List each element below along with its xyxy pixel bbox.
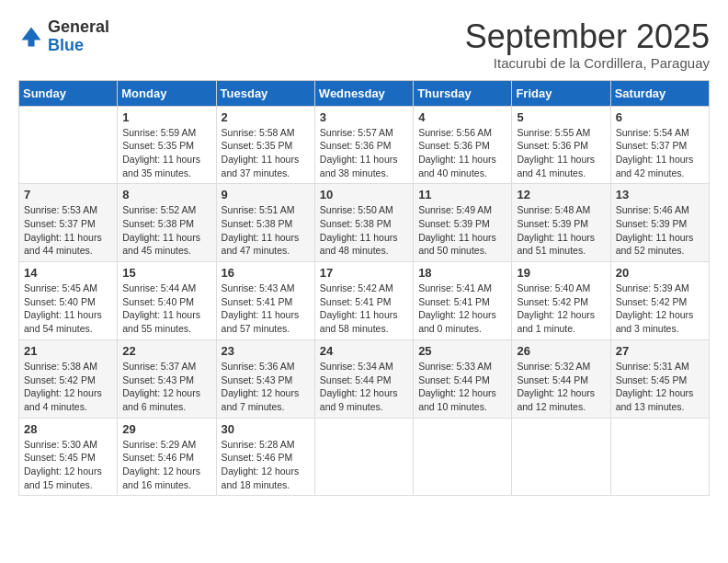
day-info: Sunrise: 5:52 AMSunset: 5:38 PMDaylight:… <box>122 203 210 258</box>
calendar-cell: 17Sunrise: 5:42 AMSunset: 5:41 PMDayligh… <box>314 262 413 340</box>
cell-content: 5Sunrise: 5:55 AMSunset: 5:36 PMDaylight… <box>517 110 605 180</box>
day-info: Sunrise: 5:48 AMSunset: 5:39 PMDaylight:… <box>517 203 605 258</box>
day-number: 13 <box>616 188 704 201</box>
header-day-sunday: Sunday <box>19 80 118 106</box>
day-number: 16 <box>222 266 310 280</box>
cell-content: 15Sunrise: 5:44 AMSunset: 5:40 PMDayligh… <box>122 266 210 336</box>
header-day-saturday: Saturday <box>610 80 709 106</box>
calendar-cell: 24Sunrise: 5:34 AMSunset: 5:44 PMDayligh… <box>314 339 413 418</box>
day-info: Sunrise: 5:53 AMSunset: 5:37 PMDaylight:… <box>24 203 112 258</box>
calendar-cell: 30Sunrise: 5:28 AMSunset: 5:46 PMDayligh… <box>216 418 314 496</box>
day-number: 12 <box>517 188 605 201</box>
day-number: 6 <box>616 110 704 124</box>
day-info: Sunrise: 5:51 AMSunset: 5:38 PMDaylight:… <box>222 203 310 258</box>
calendar-cell: 3Sunrise: 5:57 AMSunset: 5:36 PMDaylight… <box>314 106 413 184</box>
cell-content: 13Sunrise: 5:46 AMSunset: 5:39 PMDayligh… <box>616 188 704 258</box>
day-number: 26 <box>517 344 605 358</box>
calendar-cell <box>512 418 610 496</box>
day-number: 29 <box>122 422 210 436</box>
calendar-cell <box>314 418 413 496</box>
header-day-tuesday: Tuesday <box>216 80 314 106</box>
day-number: 11 <box>418 188 506 201</box>
cell-content: 14Sunrise: 5:45 AMSunset: 5:40 PMDayligh… <box>24 266 112 336</box>
day-info: Sunrise: 5:42 AMSunset: 5:41 PMDaylight:… <box>320 282 408 336</box>
header-row: SundayMondayTuesdayWednesdayThursdayFrid… <box>19 80 710 106</box>
week-row-5: 28Sunrise: 5:30 AMSunset: 5:45 PMDayligh… <box>19 418 710 496</box>
cell-content: 10Sunrise: 5:50 AMSunset: 5:38 PMDayligh… <box>320 188 408 258</box>
day-info: Sunrise: 5:45 AMSunset: 5:40 PMDaylight:… <box>24 282 112 336</box>
cell-content: 9Sunrise: 5:51 AMSunset: 5:38 PMDaylight… <box>222 188 310 258</box>
logo-general-text: General <box>48 17 109 36</box>
calendar-table: SundayMondayTuesdayWednesdayThursdayFrid… <box>18 80 710 497</box>
day-info: Sunrise: 5:50 AMSunset: 5:38 PMDaylight:… <box>320 203 408 258</box>
calendar-cell: 18Sunrise: 5:41 AMSunset: 5:41 PMDayligh… <box>414 262 512 340</box>
cell-content: 6Sunrise: 5:54 AMSunset: 5:37 PMDaylight… <box>616 110 704 180</box>
cell-content: 12Sunrise: 5:48 AMSunset: 5:39 PMDayligh… <box>517 188 605 258</box>
page-header: General Blue September 2025 Itacurubi de… <box>18 18 710 71</box>
calendar-cell: 25Sunrise: 5:33 AMSunset: 5:44 PMDayligh… <box>414 339 512 418</box>
calendar-cell: 29Sunrise: 5:29 AMSunset: 5:46 PMDayligh… <box>118 418 216 496</box>
calendar-cell: 2Sunrise: 5:58 AMSunset: 5:35 PMDaylight… <box>216 106 314 184</box>
day-number: 8 <box>122 188 210 201</box>
cell-content: 20Sunrise: 5:39 AMSunset: 5:42 PMDayligh… <box>616 266 704 336</box>
calendar-cell: 22Sunrise: 5:37 AMSunset: 5:43 PMDayligh… <box>118 339 216 418</box>
day-number: 3 <box>320 110 408 124</box>
cell-content: 21Sunrise: 5:38 AMSunset: 5:42 PMDayligh… <box>24 344 112 414</box>
header-day-wednesday: Wednesday <box>314 80 413 106</box>
day-info: Sunrise: 5:37 AMSunset: 5:43 PMDaylight:… <box>122 360 210 414</box>
cell-content: 2Sunrise: 5:58 AMSunset: 5:35 PMDaylight… <box>222 110 310 180</box>
day-number: 28 <box>24 422 112 436</box>
calendar-cell: 21Sunrise: 5:38 AMSunset: 5:42 PMDayligh… <box>19 339 118 418</box>
calendar-cell: 12Sunrise: 5:48 AMSunset: 5:39 PMDayligh… <box>512 184 610 262</box>
day-number: 24 <box>320 344 408 358</box>
cell-content: 26Sunrise: 5:32 AMSunset: 5:44 PMDayligh… <box>517 344 605 414</box>
day-number: 18 <box>418 266 506 280</box>
day-number: 15 <box>122 266 210 280</box>
location: Itacurubi de la Cordillera, Paraguay <box>465 55 710 71</box>
calendar-cell: 4Sunrise: 5:56 AMSunset: 5:36 PMDaylight… <box>414 106 512 184</box>
day-info: Sunrise: 5:49 AMSunset: 5:39 PMDaylight:… <box>418 203 506 258</box>
month-title: September 2025 <box>465 18 710 55</box>
day-number: 7 <box>24 188 112 201</box>
day-info: Sunrise: 5:57 AMSunset: 5:36 PMDaylight:… <box>320 126 408 180</box>
day-info: Sunrise: 5:30 AMSunset: 5:45 PMDaylight:… <box>24 438 112 492</box>
week-row-2: 7Sunrise: 5:53 AMSunset: 5:37 PMDaylight… <box>19 184 710 262</box>
day-info: Sunrise: 5:46 AMSunset: 5:39 PMDaylight:… <box>616 203 704 258</box>
cell-content: 3Sunrise: 5:57 AMSunset: 5:36 PMDaylight… <box>320 110 408 180</box>
cell-content: 24Sunrise: 5:34 AMSunset: 5:44 PMDayligh… <box>320 344 408 414</box>
calendar-cell <box>414 418 512 496</box>
day-number: 14 <box>24 266 112 280</box>
header-day-thursday: Thursday <box>414 80 512 106</box>
logo: General Blue <box>18 18 109 55</box>
cell-content: 22Sunrise: 5:37 AMSunset: 5:43 PMDayligh… <box>122 344 210 414</box>
day-number: 9 <box>222 188 310 201</box>
calendar-cell: 26Sunrise: 5:32 AMSunset: 5:44 PMDayligh… <box>512 339 610 418</box>
day-number: 19 <box>517 266 605 280</box>
calendar-body: 1Sunrise: 5:59 AMSunset: 5:35 PMDaylight… <box>19 106 710 496</box>
day-info: Sunrise: 5:28 AMSunset: 5:46 PMDaylight:… <box>222 438 310 492</box>
cell-content: 29Sunrise: 5:29 AMSunset: 5:46 PMDayligh… <box>122 422 210 492</box>
day-info: Sunrise: 5:31 AMSunset: 5:45 PMDaylight:… <box>616 360 704 414</box>
calendar-cell: 11Sunrise: 5:49 AMSunset: 5:39 PMDayligh… <box>414 184 512 262</box>
cell-content: 25Sunrise: 5:33 AMSunset: 5:44 PMDayligh… <box>418 344 506 414</box>
cell-content: 16Sunrise: 5:43 AMSunset: 5:41 PMDayligh… <box>222 266 310 336</box>
day-number: 23 <box>222 344 310 358</box>
day-info: Sunrise: 5:43 AMSunset: 5:41 PMDaylight:… <box>222 282 310 336</box>
logo-icon <box>18 24 44 50</box>
calendar-cell: 15Sunrise: 5:44 AMSunset: 5:40 PMDayligh… <box>118 262 216 340</box>
calendar-cell: 23Sunrise: 5:36 AMSunset: 5:43 PMDayligh… <box>216 339 314 418</box>
day-number: 20 <box>616 266 704 280</box>
title-block: September 2025 Itacurubi de la Cordiller… <box>465 18 710 71</box>
cell-content: 30Sunrise: 5:28 AMSunset: 5:46 PMDayligh… <box>222 422 310 492</box>
calendar-cell: 8Sunrise: 5:52 AMSunset: 5:38 PMDaylight… <box>118 184 216 262</box>
cell-content: 18Sunrise: 5:41 AMSunset: 5:41 PMDayligh… <box>418 266 506 336</box>
day-info: Sunrise: 5:29 AMSunset: 5:46 PMDaylight:… <box>122 438 210 492</box>
day-info: Sunrise: 5:59 AMSunset: 5:35 PMDaylight:… <box>122 126 210 180</box>
calendar-cell: 10Sunrise: 5:50 AMSunset: 5:38 PMDayligh… <box>314 184 413 262</box>
calendar-cell: 5Sunrise: 5:55 AMSunset: 5:36 PMDaylight… <box>512 106 610 184</box>
header-day-friday: Friday <box>512 80 610 106</box>
cell-content: 19Sunrise: 5:40 AMSunset: 5:42 PMDayligh… <box>517 266 605 336</box>
day-number: 1 <box>122 110 210 124</box>
day-number: 17 <box>320 266 408 280</box>
day-info: Sunrise: 5:36 AMSunset: 5:43 PMDaylight:… <box>222 360 310 414</box>
